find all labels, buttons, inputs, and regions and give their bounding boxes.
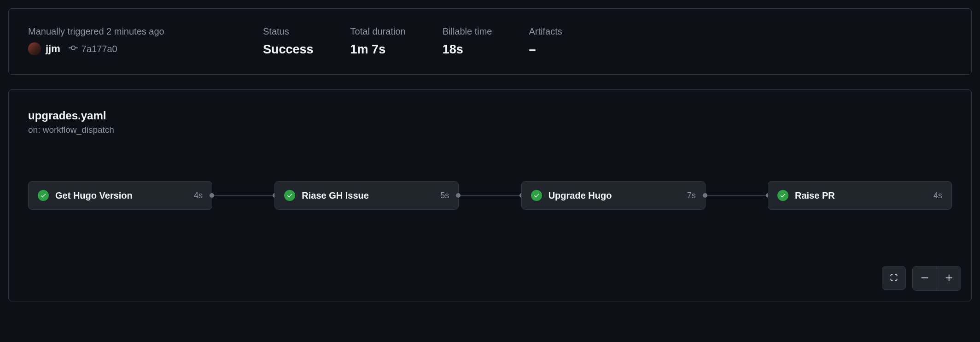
status-value: Success — [263, 42, 314, 57]
job-name: Raise PR — [795, 190, 927, 201]
trigger-text: Manually triggered 2 minutes ago — [28, 26, 226, 37]
workflow-file-name: upgrades.yaml — [28, 109, 952, 122]
commit-icon — [69, 43, 78, 55]
job-name: Get Hugo Version — [55, 190, 187, 201]
job-node[interactable]: Raise PR 4s — [768, 181, 952, 210]
trigger-info: Manually triggered 2 minutes ago jjm 7a1… — [28, 26, 226, 57]
billable-label: Billable time — [443, 26, 492, 37]
zoom-controls — [882, 266, 961, 291]
success-check-icon — [38, 190, 49, 201]
job-name: Upgrade Hugo — [548, 190, 681, 201]
billable-value[interactable]: 18s — [443, 42, 492, 57]
duration-col: Total duration 1m 7s — [350, 26, 406, 57]
username-link[interactable]: jjm — [46, 43, 60, 55]
trigger-user-row: jjm 7a177a0 — [28, 42, 226, 55]
success-check-icon — [531, 190, 542, 201]
artifacts-label: Artifacts — [529, 26, 562, 37]
workflow-trigger-event: on: workflow_dispatch — [28, 125, 952, 135]
artifacts-value: – — [529, 42, 562, 57]
billable-col: Billable time 18s — [443, 26, 492, 57]
artifacts-col: Artifacts – — [529, 26, 562, 57]
plus-icon — [945, 273, 954, 284]
zoom-in-button[interactable] — [937, 266, 961, 290]
job-connector — [212, 195, 275, 196]
success-check-icon — [284, 190, 295, 201]
job-name: Riase GH Issue — [302, 190, 434, 201]
minus-icon — [920, 273, 929, 284]
zoom-button-group — [912, 266, 961, 291]
job-connector — [705, 195, 768, 196]
job-duration: 4s — [933, 191, 942, 200]
job-connector — [458, 195, 521, 196]
avatar[interactable] — [28, 42, 41, 55]
job-node[interactable]: Upgrade Hugo 7s — [521, 181, 706, 210]
job-duration: 5s — [440, 191, 449, 200]
success-check-icon — [777, 190, 788, 201]
job-duration: 7s — [687, 191, 696, 200]
workflow-graph-card: upgrades.yaml on: workflow_dispatch Get … — [8, 89, 972, 301]
job-node[interactable]: Get Hugo Version 4s — [28, 181, 212, 210]
status-label: Status — [263, 26, 314, 37]
fullscreen-button[interactable] — [882, 266, 906, 290]
zoom-out-button[interactable] — [913, 266, 937, 290]
fullscreen-icon — [889, 273, 898, 283]
job-node[interactable]: Riase GH Issue 5s — [274, 181, 459, 210]
status-col: Status Success — [263, 26, 314, 57]
commit-link[interactable]: 7a177a0 — [69, 43, 117, 55]
jobs-graph[interactable]: Get Hugo Version 4s Riase GH Issue 5s Up… — [28, 181, 952, 210]
run-summary-card: Manually triggered 2 minutes ago jjm 7a1… — [8, 8, 972, 75]
duration-value[interactable]: 1m 7s — [350, 42, 406, 57]
commit-sha-text: 7a177a0 — [82, 44, 117, 54]
duration-label: Total duration — [350, 26, 406, 37]
job-duration: 4s — [194, 191, 203, 200]
